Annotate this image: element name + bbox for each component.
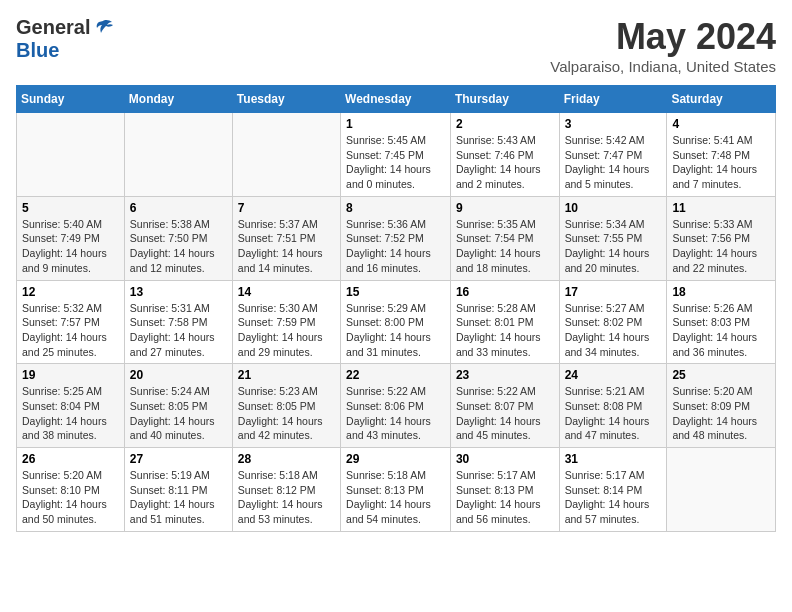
day-number: 1 bbox=[346, 117, 445, 131]
weekday-header-friday: Friday bbox=[559, 86, 667, 113]
day-info: Sunrise: 5:34 AM Sunset: 7:55 PM Dayligh… bbox=[565, 217, 662, 276]
calendar-cell: 20Sunrise: 5:24 AM Sunset: 8:05 PM Dayli… bbox=[124, 364, 232, 448]
day-info: Sunrise: 5:17 AM Sunset: 8:13 PM Dayligh… bbox=[456, 468, 554, 527]
day-number: 14 bbox=[238, 285, 335, 299]
calendar-cell: 24Sunrise: 5:21 AM Sunset: 8:08 PM Dayli… bbox=[559, 364, 667, 448]
day-number: 30 bbox=[456, 452, 554, 466]
day-info: Sunrise: 5:19 AM Sunset: 8:11 PM Dayligh… bbox=[130, 468, 227, 527]
day-number: 5 bbox=[22, 201, 119, 215]
day-number: 10 bbox=[565, 201, 662, 215]
day-info: Sunrise: 5:23 AM Sunset: 8:05 PM Dayligh… bbox=[238, 384, 335, 443]
calendar-cell: 30Sunrise: 5:17 AM Sunset: 8:13 PM Dayli… bbox=[450, 448, 559, 532]
day-number: 20 bbox=[130, 368, 227, 382]
day-info: Sunrise: 5:36 AM Sunset: 7:52 PM Dayligh… bbox=[346, 217, 445, 276]
calendar-cell: 13Sunrise: 5:31 AM Sunset: 7:58 PM Dayli… bbox=[124, 280, 232, 364]
day-number: 17 bbox=[565, 285, 662, 299]
weekday-header-sunday: Sunday bbox=[17, 86, 125, 113]
day-info: Sunrise: 5:41 AM Sunset: 7:48 PM Dayligh… bbox=[672, 133, 770, 192]
day-info: Sunrise: 5:22 AM Sunset: 8:07 PM Dayligh… bbox=[456, 384, 554, 443]
calendar-cell: 26Sunrise: 5:20 AM Sunset: 8:10 PM Dayli… bbox=[17, 448, 125, 532]
day-info: Sunrise: 5:22 AM Sunset: 8:06 PM Dayligh… bbox=[346, 384, 445, 443]
week-row-4: 26Sunrise: 5:20 AM Sunset: 8:10 PM Dayli… bbox=[17, 448, 776, 532]
day-info: Sunrise: 5:18 AM Sunset: 8:13 PM Dayligh… bbox=[346, 468, 445, 527]
month-title: May 2024 bbox=[550, 16, 776, 58]
day-number: 12 bbox=[22, 285, 119, 299]
logo-blue-text: Blue bbox=[16, 39, 59, 61]
calendar-cell: 8Sunrise: 5:36 AM Sunset: 7:52 PM Daylig… bbox=[341, 196, 451, 280]
day-number: 18 bbox=[672, 285, 770, 299]
day-info: Sunrise: 5:18 AM Sunset: 8:12 PM Dayligh… bbox=[238, 468, 335, 527]
weekday-header-wednesday: Wednesday bbox=[341, 86, 451, 113]
day-number: 6 bbox=[130, 201, 227, 215]
day-info: Sunrise: 5:27 AM Sunset: 8:02 PM Dayligh… bbox=[565, 301, 662, 360]
day-number: 11 bbox=[672, 201, 770, 215]
day-info: Sunrise: 5:37 AM Sunset: 7:51 PM Dayligh… bbox=[238, 217, 335, 276]
day-number: 19 bbox=[22, 368, 119, 382]
calendar-cell: 9Sunrise: 5:35 AM Sunset: 7:54 PM Daylig… bbox=[450, 196, 559, 280]
weekday-header-thursday: Thursday bbox=[450, 86, 559, 113]
day-number: 29 bbox=[346, 452, 445, 466]
week-row-0: 1Sunrise: 5:45 AM Sunset: 7:45 PM Daylig… bbox=[17, 113, 776, 197]
calendar-cell: 28Sunrise: 5:18 AM Sunset: 8:12 PM Dayli… bbox=[232, 448, 340, 532]
calendar-cell: 11Sunrise: 5:33 AM Sunset: 7:56 PM Dayli… bbox=[667, 196, 776, 280]
calendar-cell: 6Sunrise: 5:38 AM Sunset: 7:50 PM Daylig… bbox=[124, 196, 232, 280]
day-number: 7 bbox=[238, 201, 335, 215]
calendar-cell: 4Sunrise: 5:41 AM Sunset: 7:48 PM Daylig… bbox=[667, 113, 776, 197]
day-info: Sunrise: 5:33 AM Sunset: 7:56 PM Dayligh… bbox=[672, 217, 770, 276]
day-number: 16 bbox=[456, 285, 554, 299]
day-info: Sunrise: 5:29 AM Sunset: 8:00 PM Dayligh… bbox=[346, 301, 445, 360]
day-number: 2 bbox=[456, 117, 554, 131]
day-info: Sunrise: 5:20 AM Sunset: 8:10 PM Dayligh… bbox=[22, 468, 119, 527]
day-number: 25 bbox=[672, 368, 770, 382]
week-row-2: 12Sunrise: 5:32 AM Sunset: 7:57 PM Dayli… bbox=[17, 280, 776, 364]
calendar-cell: 2Sunrise: 5:43 AM Sunset: 7:46 PM Daylig… bbox=[450, 113, 559, 197]
logo: General Blue bbox=[16, 16, 114, 62]
calendar-cell: 25Sunrise: 5:20 AM Sunset: 8:09 PM Dayli… bbox=[667, 364, 776, 448]
calendar-cell: 15Sunrise: 5:29 AM Sunset: 8:00 PM Dayli… bbox=[341, 280, 451, 364]
day-number: 23 bbox=[456, 368, 554, 382]
logo-bird-icon bbox=[92, 17, 114, 39]
logo-general-text: General bbox=[16, 16, 90, 39]
calendar-cell: 16Sunrise: 5:28 AM Sunset: 8:01 PM Dayli… bbox=[450, 280, 559, 364]
day-info: Sunrise: 5:26 AM Sunset: 8:03 PM Dayligh… bbox=[672, 301, 770, 360]
calendar-cell: 12Sunrise: 5:32 AM Sunset: 7:57 PM Dayli… bbox=[17, 280, 125, 364]
calendar-cell: 7Sunrise: 5:37 AM Sunset: 7:51 PM Daylig… bbox=[232, 196, 340, 280]
calendar-cell bbox=[232, 113, 340, 197]
day-info: Sunrise: 5:42 AM Sunset: 7:47 PM Dayligh… bbox=[565, 133, 662, 192]
day-number: 9 bbox=[456, 201, 554, 215]
calendar-cell bbox=[667, 448, 776, 532]
calendar-cell: 10Sunrise: 5:34 AM Sunset: 7:55 PM Dayli… bbox=[559, 196, 667, 280]
day-info: Sunrise: 5:25 AM Sunset: 8:04 PM Dayligh… bbox=[22, 384, 119, 443]
title-section: May 2024 Valparaiso, Indiana, United Sta… bbox=[550, 16, 776, 75]
calendar-cell: 29Sunrise: 5:18 AM Sunset: 8:13 PM Dayli… bbox=[341, 448, 451, 532]
calendar-cell: 31Sunrise: 5:17 AM Sunset: 8:14 PM Dayli… bbox=[559, 448, 667, 532]
calendar-cell: 1Sunrise: 5:45 AM Sunset: 7:45 PM Daylig… bbox=[341, 113, 451, 197]
day-info: Sunrise: 5:28 AM Sunset: 8:01 PM Dayligh… bbox=[456, 301, 554, 360]
day-number: 31 bbox=[565, 452, 662, 466]
day-number: 13 bbox=[130, 285, 227, 299]
weekday-header-row: SundayMondayTuesdayWednesdayThursdayFrid… bbox=[17, 86, 776, 113]
calendar-cell: 5Sunrise: 5:40 AM Sunset: 7:49 PM Daylig… bbox=[17, 196, 125, 280]
calendar-cell: 27Sunrise: 5:19 AM Sunset: 8:11 PM Dayli… bbox=[124, 448, 232, 532]
day-number: 3 bbox=[565, 117, 662, 131]
page-header: General Blue May 2024 Valparaiso, Indian… bbox=[16, 16, 776, 75]
calendar-cell bbox=[124, 113, 232, 197]
weekday-header-monday: Monday bbox=[124, 86, 232, 113]
weekday-header-tuesday: Tuesday bbox=[232, 86, 340, 113]
day-number: 22 bbox=[346, 368, 445, 382]
calendar-cell: 17Sunrise: 5:27 AM Sunset: 8:02 PM Dayli… bbox=[559, 280, 667, 364]
week-row-1: 5Sunrise: 5:40 AM Sunset: 7:49 PM Daylig… bbox=[17, 196, 776, 280]
day-number: 27 bbox=[130, 452, 227, 466]
location-title: Valparaiso, Indiana, United States bbox=[550, 58, 776, 75]
day-info: Sunrise: 5:30 AM Sunset: 7:59 PM Dayligh… bbox=[238, 301, 335, 360]
weekday-header-saturday: Saturday bbox=[667, 86, 776, 113]
day-info: Sunrise: 5:45 AM Sunset: 7:45 PM Dayligh… bbox=[346, 133, 445, 192]
day-number: 24 bbox=[565, 368, 662, 382]
calendar-cell: 21Sunrise: 5:23 AM Sunset: 8:05 PM Dayli… bbox=[232, 364, 340, 448]
day-info: Sunrise: 5:20 AM Sunset: 8:09 PM Dayligh… bbox=[672, 384, 770, 443]
day-info: Sunrise: 5:32 AM Sunset: 7:57 PM Dayligh… bbox=[22, 301, 119, 360]
week-row-3: 19Sunrise: 5:25 AM Sunset: 8:04 PM Dayli… bbox=[17, 364, 776, 448]
day-number: 4 bbox=[672, 117, 770, 131]
calendar-cell bbox=[17, 113, 125, 197]
calendar-cell: 19Sunrise: 5:25 AM Sunset: 8:04 PM Dayli… bbox=[17, 364, 125, 448]
